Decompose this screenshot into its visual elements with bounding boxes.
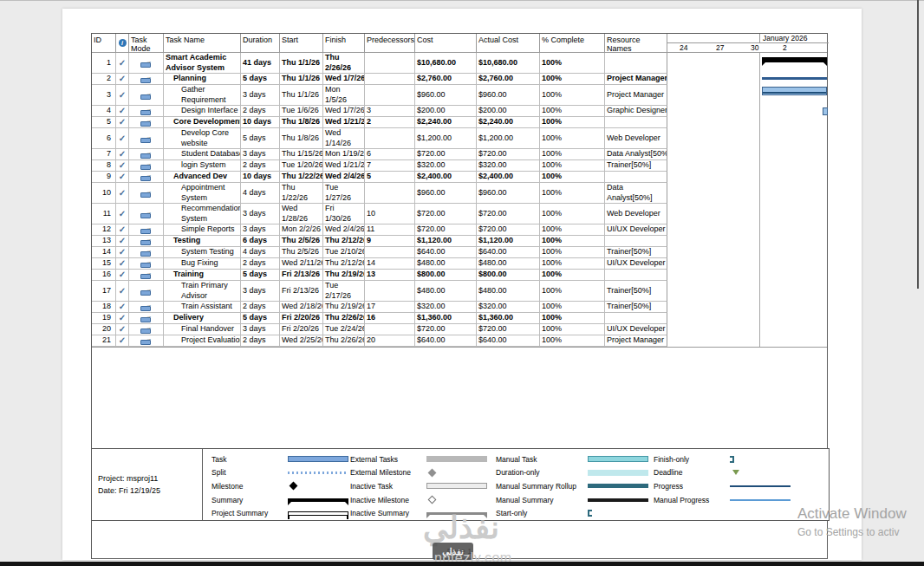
task-mode-cell: [129, 258, 164, 270]
task-resources-cell: Data Analyst[50%]: [605, 149, 667, 160]
project-summary-swatch: [288, 511, 348, 516]
legend-item: External Milestone: [350, 466, 496, 480]
task-indicator-cell: ✓: [116, 149, 129, 160]
task-id-cell: 2: [92, 74, 116, 85]
task-name-cell: Simple Reports: [164, 224, 241, 236]
check-icon: ✓: [119, 259, 126, 268]
auto-scheduled-icon: [140, 314, 153, 322]
month-gridline: [759, 258, 760, 270]
gantt-chart-cell: [667, 247, 829, 258]
legend-grid: TaskSplitMilestoneSummaryProject Summary…: [203, 449, 829, 520]
task-cost-cell: $320.00: [415, 302, 477, 313]
manual-summary-rollup-swatch: [588, 484, 648, 488]
task-id-cell: 5: [92, 117, 116, 128]
task-name-cell: System Testing: [164, 247, 241, 258]
legend-column-1: TaskSplitMilestoneSummaryProject Summary: [211, 452, 350, 520]
task-mode-cell: [129, 204, 164, 224]
task-duration-cell: 5 days: [241, 270, 280, 281]
task-actual-cost-cell: $2,240.00: [477, 117, 540, 128]
legend-item: Manual Summary Rollup: [496, 479, 654, 493]
info-icon: i: [119, 39, 127, 47]
task-actual-cost-cell: $720.00: [477, 224, 540, 236]
external-tasks-swatch: [426, 456, 487, 462]
task-swatch: [288, 456, 348, 462]
task-id-cell: 11: [92, 204, 116, 224]
task-name-cell: Train Primary Advisor: [164, 281, 241, 302]
scrollbar[interactable]: [917, 0, 919, 289]
task-mode-cell: [129, 183, 164, 204]
task-start-cell: Thu 1/22/26: [280, 172, 323, 183]
task-predecessors-cell: 3: [365, 106, 415, 117]
legend-swatch-holder: [730, 495, 791, 505]
legend-swatch-holder: [288, 467, 350, 478]
legend-swatch-holder: [730, 467, 784, 478]
legend-item: Manual Summary: [496, 493, 654, 507]
task-cost-cell: $960.00: [415, 183, 477, 204]
task-id-cell: 8: [92, 160, 116, 172]
legend-swatch-holder: [730, 481, 791, 491]
task-indicator-cell: ✓: [116, 53, 129, 74]
check-icon: ✓: [119, 172, 126, 181]
manual-task-swatch: [588, 456, 648, 462]
task-finish-cell: Wed 1/21/26: [323, 160, 365, 172]
task-pct-complete-cell: 100%: [540, 172, 605, 183]
task-name-cell: Student Database: [164, 149, 241, 160]
timeline-month-tier: January 2026: [667, 34, 829, 43]
task-pct-complete-cell: 100%: [540, 236, 605, 247]
task-indicator-cell: ✓: [116, 74, 129, 85]
task-id-cell: 15: [92, 258, 116, 270]
auto-scheduled-icon: [140, 336, 153, 345]
month-gridline: [759, 204, 760, 224]
auto-scheduled-icon: [140, 118, 153, 127]
legend-item: Deadline: [654, 466, 784, 480]
col-header-resource-names: Resource Names: [605, 34, 667, 52]
task-cost-cell: $320.00: [415, 160, 477, 172]
legend-swatch-holder: [588, 495, 650, 505]
task-start-cell: Fri 2/20/26: [280, 313, 323, 324]
task-cost-cell: $2,400.00: [415, 172, 477, 183]
legend-swatch-holder: [426, 481, 489, 491]
month-gridline: [759, 224, 760, 236]
check-icon: ✓: [119, 225, 126, 234]
timeline-day-tier: 2427302: [667, 43, 829, 52]
task-id-cell: 16: [92, 270, 116, 281]
task-resources-cell: Trainer[50%]: [605, 302, 667, 313]
task-pct-complete-cell: 100%: [540, 324, 605, 335]
task-resources-cell: UI/UX Developer: [605, 224, 667, 236]
task-mode-cell: [129, 74, 164, 85]
task-predecessors-cell: [365, 74, 415, 85]
gantt-chart-cell: [667, 313, 829, 324]
task-start-cell: Thu 1/22/26: [280, 183, 323, 204]
task-actual-cost-cell: $960.00: [477, 85, 540, 106]
legend-label: Finish-only: [654, 455, 730, 464]
task-name-cell: Bug Fixing: [164, 258, 241, 270]
task-row: 2 ✓ Planning 5 days Thu 1/1/26 Wed 1/7/2…: [92, 74, 827, 85]
external-milestone-swatch: [428, 468, 437, 477]
task-actual-cost-cell: $720.00: [477, 204, 540, 224]
month-gridline: [759, 313, 760, 324]
task-finish-cell: Mon 1/5/26: [323, 85, 365, 106]
task-duration-cell: 10 days: [241, 117, 280, 128]
task-actual-cost-cell: $960.00: [477, 183, 540, 204]
print-preview-page: ID i Task Mode Task Name Duration Start …: [62, 9, 862, 560]
check-icon: ✓: [119, 303, 126, 311]
task-row: 3 ✓ Gather Requirement 3 days Thu 1/1/26…: [92, 85, 827, 106]
col-header-cost: Cost: [415, 34, 477, 52]
gantt-chart-cell: [667, 224, 829, 236]
task-indicator-cell: ✓: [116, 236, 129, 247]
task-row: 6 ✓ Develop Core website 5 days Thu 1/8/…: [92, 128, 827, 149]
task-row: 1 ✓ Smart Academic Advisor System 41 day…: [92, 53, 827, 74]
task-duration-cell: 3 days: [241, 85, 280, 106]
legend-swatch-holder: [588, 481, 650, 491]
month-gridline: [759, 183, 760, 204]
task-actual-cost-cell: $720.00: [477, 324, 540, 335]
gantt-chart-cell: [667, 335, 829, 347]
task-name-cell: Gather Requirement: [164, 85, 241, 106]
task-cost-cell: $800.00: [415, 270, 477, 281]
task-finish-cell: Mon 1/19/26: [323, 149, 365, 160]
task-name-cell: Smart Academic Advisor System: [164, 53, 241, 74]
task-actual-cost-cell: $200.00: [477, 106, 540, 117]
month-gridline: [759, 324, 760, 335]
task-name-cell: Final Handover: [164, 324, 241, 335]
task-name-cell: Planning: [164, 74, 241, 85]
